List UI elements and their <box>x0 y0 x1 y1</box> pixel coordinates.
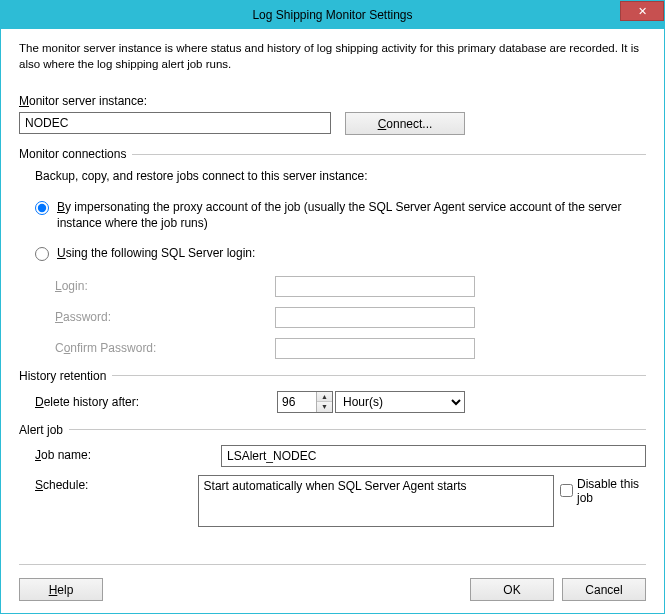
dialog-content: The monitor server instance is where sta… <box>1 29 664 527</box>
connections-legend: Monitor connections <box>19 147 132 161</box>
spin-up-icon[interactable]: ▲ <box>317 392 332 403</box>
dialog-window: Log Shipping Monitor Settings ✕ The moni… <box>0 0 665 614</box>
disable-job-label: Disable this job <box>577 477 646 505</box>
window-title: Log Shipping Monitor Settings <box>252 8 412 22</box>
close-icon: ✕ <box>638 5 647 17</box>
job-name-label: Job name: <box>35 445 221 462</box>
radio-proxy-label: By impersonating the proxy account of th… <box>57 199 627 231</box>
confirm-password-input <box>275 338 475 359</box>
help-button[interactable]: Help <box>19 578 103 601</box>
radio-sql-label: Using the following SQL Server login: <box>57 245 255 261</box>
sql-login-fields: Login: Password: Confirm Password: <box>55 276 646 359</box>
login-input <box>275 276 475 297</box>
connections-note: Backup, copy, and restore jobs connect t… <box>35 169 646 183</box>
monitor-instance-label: Monitor server instance: <box>19 94 646 108</box>
history-legend: History retention <box>19 369 112 383</box>
confirm-password-label: Confirm Password: <box>55 341 275 355</box>
close-button[interactable]: ✕ <box>620 1 664 21</box>
connect-button[interactable]: Connect... <box>345 112 465 135</box>
delete-history-label: Delete history after: <box>35 395 277 409</box>
radio-sql-login[interactable] <box>35 247 49 261</box>
spin-down-icon[interactable]: ▼ <box>317 402 332 412</box>
login-label: Login: <box>55 279 275 293</box>
schedule-text <box>198 475 554 527</box>
footer-divider <box>19 564 646 565</box>
monitor-instance-input[interactable] <box>19 112 331 134</box>
job-name-input[interactable] <box>221 445 646 467</box>
disable-job-checkbox[interactable] <box>560 484 573 497</box>
disable-job-wrap[interactable]: Disable this job <box>560 475 646 505</box>
history-unit-select[interactable]: Hour(s) <box>335 391 465 413</box>
history-value-input[interactable] <box>278 392 316 412</box>
password-label: Password: <box>55 310 275 324</box>
alert-legend: Alert job <box>19 423 69 437</box>
history-spinner[interactable]: ▲ ▼ <box>277 391 333 413</box>
password-input <box>275 307 475 328</box>
title-bar: Log Shipping Monitor Settings ✕ <box>1 1 664 29</box>
schedule-label: Schedule: <box>35 475 198 492</box>
intro-text: The monitor server instance is where sta… <box>19 41 646 72</box>
ok-button[interactable]: OK <box>470 578 554 601</box>
dialog-footer: Help OK Cancel <box>1 578 664 601</box>
radio-proxy-account[interactable] <box>35 201 49 215</box>
cancel-button[interactable]: Cancel <box>562 578 646 601</box>
